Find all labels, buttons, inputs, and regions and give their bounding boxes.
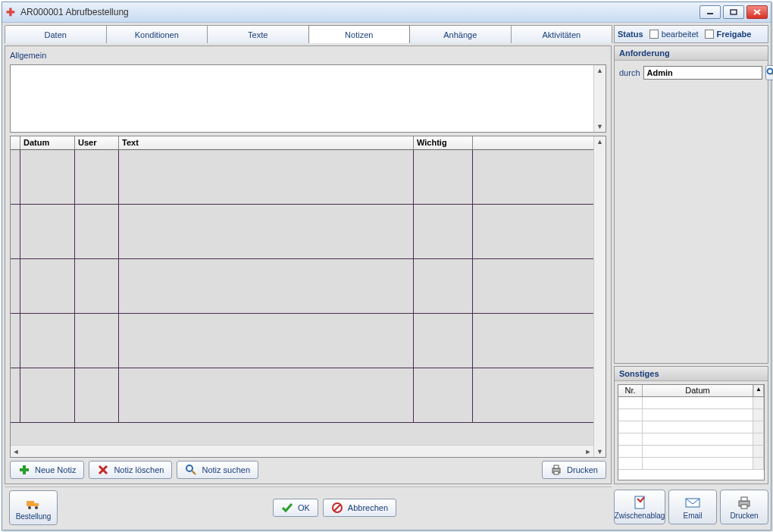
table-row[interactable] xyxy=(11,150,593,205)
col-datum[interactable]: Datum xyxy=(20,136,74,149)
svg-line-9 xyxy=(192,471,196,474)
svg-rect-1 xyxy=(731,10,737,14)
col-datum-s[interactable]: Datum xyxy=(643,385,753,396)
by-input[interactable] xyxy=(643,66,762,80)
svg-rect-14 xyxy=(34,503,39,506)
tab-daten[interactable]: Daten xyxy=(5,25,107,43)
titlebar[interactable]: ✚ AR000001 Abrufbestellung xyxy=(2,2,771,23)
app-icon: ✚ xyxy=(5,7,16,17)
list-item[interactable] xyxy=(618,421,764,433)
email-button[interactable]: Email xyxy=(668,490,717,524)
scroll-up-icon[interactable]: ▲ xyxy=(594,136,606,147)
cancel-label: Abbrechen xyxy=(348,503,388,512)
svg-rect-13 xyxy=(27,501,34,506)
col-text[interactable]: Text xyxy=(118,136,413,149)
tab-konditionen[interactable]: Konditionen xyxy=(106,25,208,43)
tab-bar: Daten Konditionen Texte Notizen Anhänge … xyxy=(5,25,612,43)
svg-rect-25 xyxy=(741,505,747,509)
edited-checkbox[interactable] xyxy=(649,30,659,39)
new-note-button[interactable]: Neue Notiz xyxy=(10,461,84,479)
print-notes-button[interactable]: Drucken xyxy=(542,461,606,479)
ok-label: OK xyxy=(298,503,310,512)
note-toolbar: Neue Notiz Notiz löschen Notiz suchen xyxy=(10,461,606,479)
check-icon xyxy=(281,502,293,514)
scroll-left-icon[interactable]: ◄ xyxy=(11,446,21,457)
notes-table-body[interactable] xyxy=(11,150,593,445)
tab-aktivitaeten[interactable]: Aktivitäten xyxy=(511,25,613,43)
col-extra[interactable] xyxy=(472,136,593,149)
sonstiges-table: Nr. Datum ▲ xyxy=(618,384,765,480)
notes-h-scrollbar[interactable]: ◄ ► xyxy=(11,445,593,457)
side-column: Status bearbeitet Freigabe Anforderung d… xyxy=(614,25,768,527)
sonstiges-section: Sonstiges Nr. Datum ▲ xyxy=(614,366,768,484)
delete-icon xyxy=(97,464,109,476)
list-item[interactable] xyxy=(618,397,764,409)
table-row[interactable] xyxy=(11,259,593,314)
requested-by-row: durch xyxy=(619,65,763,80)
svg-point-16 xyxy=(35,506,38,509)
svg-point-19 xyxy=(767,69,772,74)
svg-rect-12 xyxy=(554,471,559,474)
print-notes-label: Drucken xyxy=(567,465,598,474)
email-label: Email xyxy=(683,512,702,520)
notes-v-scrollbar[interactable]: ▲ ▼ xyxy=(593,136,606,457)
table-row[interactable] xyxy=(11,368,593,423)
scroll-up-icon[interactable]: ▲ xyxy=(753,385,764,396)
table-row[interactable] xyxy=(11,314,593,368)
cancel-button[interactable]: Abbrechen xyxy=(323,499,396,517)
close-button[interactable] xyxy=(746,5,768,19)
order-button[interactable]: Bestellung xyxy=(9,490,58,525)
release-checkbox[interactable] xyxy=(705,30,714,39)
notes-table: Datum User Text Wichtig xyxy=(10,136,606,458)
svg-line-18 xyxy=(334,505,340,511)
tab-texte[interactable]: Texte xyxy=(207,25,309,43)
window-title: AR000001 Abrufbestellung xyxy=(20,7,699,17)
list-item[interactable] xyxy=(618,458,764,470)
clipboard-label: Zwischenablag xyxy=(615,512,665,520)
minimize-button[interactable] xyxy=(699,5,721,19)
col-wichtig[interactable]: Wichtig xyxy=(413,136,472,149)
scroll-up-icon[interactable]: ▲ xyxy=(594,65,606,76)
delete-note-button[interactable]: Notiz löschen xyxy=(89,461,172,479)
general-scrollbar[interactable]: ▲ ▼ xyxy=(593,65,606,132)
col-user[interactable]: User xyxy=(74,136,118,149)
col-marker[interactable] xyxy=(11,136,20,149)
list-item[interactable] xyxy=(618,409,764,421)
table-row[interactable] xyxy=(11,205,593,259)
list-item[interactable] xyxy=(618,433,764,446)
email-icon xyxy=(684,494,701,511)
search-icon xyxy=(185,464,197,476)
sonstiges-rows[interactable] xyxy=(618,397,764,480)
scroll-down-icon[interactable]: ▼ xyxy=(594,121,606,132)
svg-rect-11 xyxy=(554,465,559,468)
anforderung-header: Anforderung xyxy=(615,46,768,61)
ok-button[interactable]: OK xyxy=(273,499,318,517)
print-button[interactable]: Drucken xyxy=(720,490,768,524)
by-label: durch xyxy=(619,68,640,77)
search-icon xyxy=(766,67,773,78)
clipboard-icon xyxy=(631,494,648,511)
client-area: Daten Konditionen Texte Notizen Anhänge … xyxy=(2,23,771,530)
tab-content: Allgemein ▲ ▼ Datum User Text xyxy=(5,45,612,484)
tab-notizen[interactable]: Notizen xyxy=(308,25,411,43)
status-label: Status xyxy=(618,30,643,39)
search-note-button[interactable]: Notiz suchen xyxy=(177,461,258,479)
svg-rect-24 xyxy=(741,497,747,501)
status-bar: Status bearbeitet Freigabe xyxy=(614,25,768,43)
clipboard-button[interactable]: Zwischenablag xyxy=(614,490,665,524)
maximize-button[interactable] xyxy=(723,5,744,19)
scroll-down-icon[interactable]: ▼ xyxy=(594,446,606,457)
general-textarea-wrap: ▲ ▼ xyxy=(10,64,606,133)
search-note-label: Notiz suchen xyxy=(202,465,250,474)
edited-label: bearbeitet xyxy=(662,30,699,39)
general-textarea[interactable] xyxy=(11,65,593,132)
main-column: Daten Konditionen Texte Notizen Anhänge … xyxy=(5,25,612,527)
col-nr[interactable]: Nr. xyxy=(618,385,643,396)
plus-icon xyxy=(18,464,30,476)
delete-note-label: Notiz löschen xyxy=(114,465,164,474)
scroll-right-icon[interactable]: ► xyxy=(583,446,593,457)
tab-anhaenge[interactable]: Anhänge xyxy=(409,25,512,43)
list-item[interactable] xyxy=(618,446,764,458)
anforderung-section: Anforderung durch xyxy=(614,45,768,364)
lookup-button[interactable] xyxy=(765,65,773,80)
